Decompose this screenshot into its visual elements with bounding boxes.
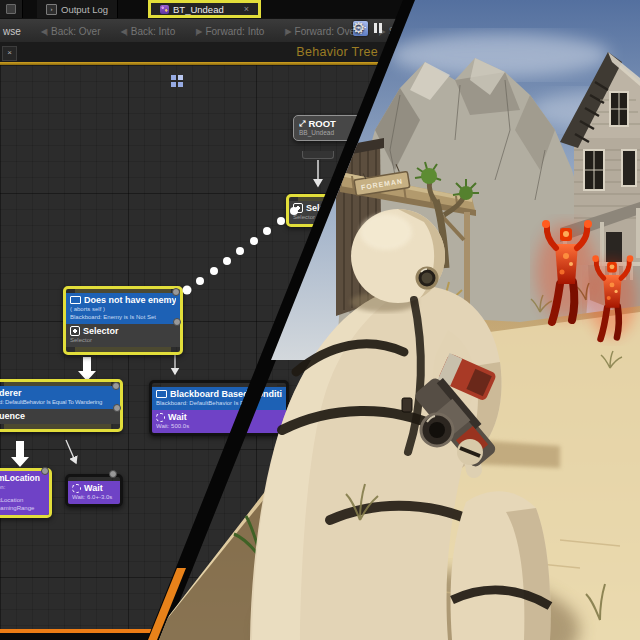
tab-partial[interactable] (0, 0, 23, 18)
decorator-condition: Blackboard: Enemy is Is Not Set (70, 313, 176, 321)
task-param: rtLocation (0, 496, 45, 504)
forward-arrow-icon: |▶ (284, 27, 290, 36)
close-search-icon[interactable]: × (2, 46, 17, 61)
back-arrow-icon: ◀| (121, 27, 127, 36)
asset-icon (6, 4, 16, 14)
task-subtitle: Wait: 6.0+-3.0s (72, 493, 116, 501)
panel-title: Behavior Tree (140, 45, 378, 59)
back-arrow-icon: ◀| (41, 27, 47, 36)
composite-title: uence (0, 411, 25, 421)
node-find-location[interactable]: mLocation on: rtLocation oamingRange (0, 468, 52, 518)
graph-origin-icon (171, 75, 184, 88)
wait-icon (156, 413, 165, 422)
decorator-icon (70, 296, 81, 304)
toolbar-icon-cluster: ⚙ (352, 19, 382, 37)
forward-into-button[interactable]: |▶Forward: Into (195, 26, 264, 37)
behavior-tree-asset-icon (160, 5, 169, 14)
node-root-title: ROOT (308, 118, 335, 129)
head-lens (417, 268, 437, 288)
tab-output-log[interactable]: › Output Log (37, 0, 118, 18)
node-is-wanderer[interactable]: derer d: DefaultBehavior Is Equal To Wan… (0, 379, 123, 432)
selector-icon (293, 203, 303, 213)
browse-button[interactable]: wse (3, 26, 21, 37)
tab-output-log-label: Output Log (61, 4, 108, 15)
back-over-button[interactable]: ◀|Back: Over (41, 26, 101, 37)
task-param: oamingRange (0, 504, 45, 512)
composite-subtitle: Selector (70, 336, 176, 344)
back-into-button[interactable]: ◀|Back: Into (121, 26, 176, 37)
decorator-title: derer (0, 388, 22, 398)
task-title: mLocation (0, 473, 40, 483)
forward-arrow-icon: |▶ (195, 27, 201, 36)
decorator-aborts: ( aborts self ) (70, 305, 176, 313)
screenshot-root: › Output Log BT_Undead × wse ◀|Back: Ove… (0, 0, 640, 640)
tab-bt-undead-label: BT_Undead (173, 4, 224, 15)
selector-icon (70, 326, 80, 336)
robot-leg (451, 491, 551, 640)
decorator-condition: d: DefaultBehavior Is Equal To Wandering (0, 398, 116, 406)
gear-icon[interactable]: ⚙ (352, 19, 365, 37)
pause-icon[interactable] (374, 23, 382, 33)
task-title: Wait (168, 412, 187, 422)
root-output-pin (302, 151, 334, 159)
node-does-not-have-enemy[interactable]: Does not have enemy ( aborts self ) Blac… (63, 286, 183, 355)
decorator-title: Does not have enemy (84, 295, 176, 305)
node-wait[interactable]: Wait Wait: 6.0+-3.0s (65, 474, 123, 507)
task-title: Wait (84, 483, 103, 493)
tab-bt-undead[interactable]: BT_Undead × (148, 0, 261, 18)
task-param: on: (0, 483, 45, 491)
wait-icon (72, 484, 81, 493)
composite-title: Selector (83, 326, 119, 336)
output-log-icon: › (46, 4, 57, 15)
forward-over-button[interactable]: |▶Forward: Over (284, 26, 358, 37)
root-icon: ⤢ (299, 119, 305, 129)
close-tab-icon[interactable]: × (244, 4, 249, 14)
decorator-icon (156, 390, 167, 398)
